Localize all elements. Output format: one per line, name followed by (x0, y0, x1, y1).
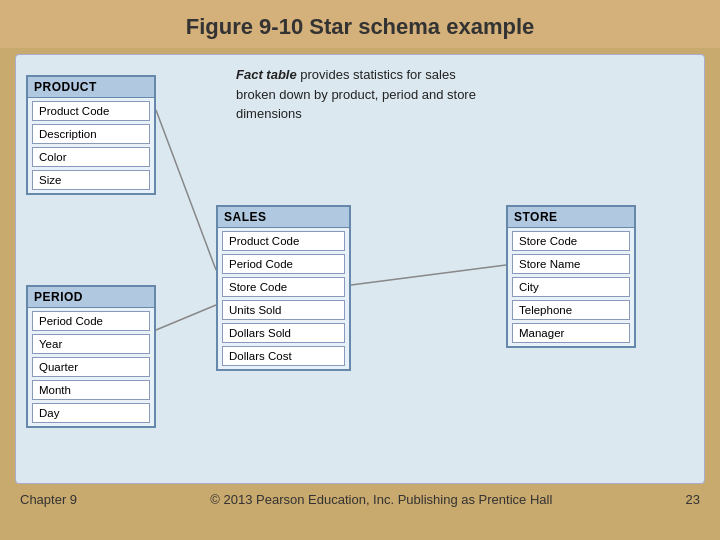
svg-line-0 (156, 110, 216, 270)
store-row-0: Store Code (512, 231, 630, 251)
store-header: STORE (508, 207, 634, 228)
product-row-1: Description (32, 124, 150, 144)
sales-row-2: Store Code (222, 277, 345, 297)
period-entity: PERIOD Period Code Year Quarter Month Da… (26, 285, 156, 428)
store-row-1: Store Name (512, 254, 630, 274)
period-row-1: Year (32, 334, 150, 354)
sales-header: SALES (218, 207, 349, 228)
fact-bold-label: Fact table (236, 67, 297, 82)
slide-title: Figure 9-10 Star schema example (0, 0, 720, 48)
sales-row-3: Units Sold (222, 300, 345, 320)
period-header: PERIOD (28, 287, 154, 308)
store-row-2: City (512, 277, 630, 297)
slide-body: Fact table provides statistics for sales… (15, 54, 705, 484)
sales-row-4: Dollars Sold (222, 323, 345, 343)
footer-chapter: Chapter 9 (20, 492, 77, 507)
footer-copyright: © 2013 Pearson Education, Inc. Publishin… (210, 492, 552, 507)
sales-row-5: Dollars Cost (222, 346, 345, 366)
store-entity: STORE Store Code Store Name City Telepho… (506, 205, 636, 348)
period-row-0: Period Code (32, 311, 150, 331)
product-row-2: Color (32, 147, 150, 167)
svg-line-1 (156, 305, 216, 330)
store-row-3: Telephone (512, 300, 630, 320)
product-entity: PRODUCT Product Code Description Color S… (26, 75, 156, 195)
footer-page: 23 (686, 492, 700, 507)
period-row-2: Quarter (32, 357, 150, 377)
product-row-3: Size (32, 170, 150, 190)
fact-table-description: Fact table provides statistics for sales… (236, 65, 496, 124)
sales-row-1: Period Code (222, 254, 345, 274)
svg-line-2 (351, 265, 506, 285)
period-row-3: Month (32, 380, 150, 400)
footer: Chapter 9 © 2013 Pearson Education, Inc.… (0, 484, 720, 511)
product-row-0: Product Code (32, 101, 150, 121)
period-row-4: Day (32, 403, 150, 423)
sales-row-0: Product Code (222, 231, 345, 251)
sales-entity: SALES Product Code Period Code Store Cod… (216, 205, 351, 371)
store-row-4: Manager (512, 323, 630, 343)
product-header: PRODUCT (28, 77, 154, 98)
